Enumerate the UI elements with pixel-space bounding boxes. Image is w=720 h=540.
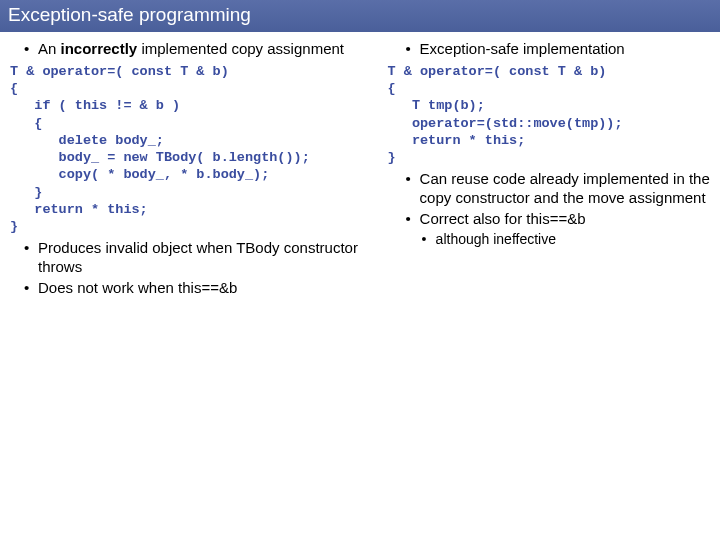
right-code-block: T & operator=( const T & b) { T tmp(b); … [386,61,716,171]
left-heading: An incorrectly implemented copy assignme… [38,40,378,59]
left-note-2: Does not work when this==&b [38,279,378,298]
left-code-block: T & operator=( const T & b) { if ( this … [4,61,378,240]
left-heading-suffix: implemented copy assignment [137,40,344,57]
right-heading: Exception-safe implementation [420,40,716,59]
slide-content: An incorrectly implemented copy assignme… [0,32,720,300]
slide-title: Exception-safe programming [0,0,720,32]
left-note-1: Produces invalid object when TBody const… [38,239,378,277]
right-column: Exception-safe implementation T & operat… [382,32,720,300]
left-column: An incorrectly implemented copy assignme… [0,32,382,300]
right-note-2: Correct also for this==&b [420,210,716,229]
left-heading-prefix: An [38,40,61,57]
right-subnote: although ineffective [436,231,716,249]
left-heading-bold: incorrectly [61,40,138,57]
right-note-1: Can reuse code already implemented in th… [420,170,716,208]
